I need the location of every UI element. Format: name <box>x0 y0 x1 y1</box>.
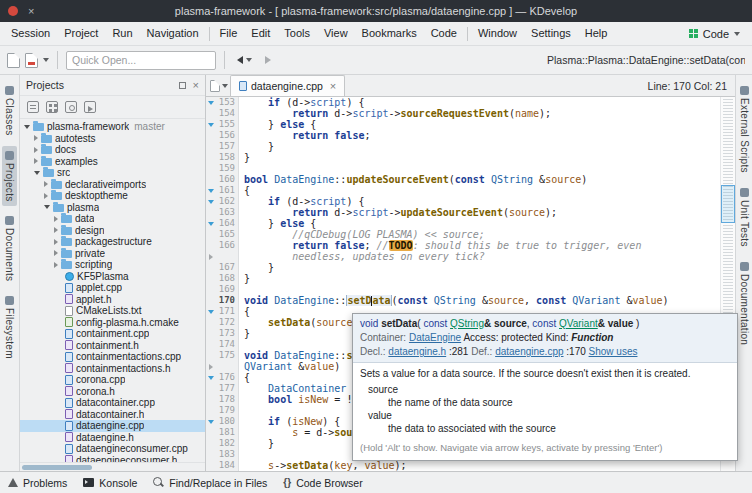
menu-item-settings[interactable]: Settings <box>524 22 578 45</box>
context-breadcrumb[interactable]: Plasma::Plasma::DataEngine::setData(cons… <box>547 54 745 66</box>
quick-open-input[interactable] <box>66 51 216 70</box>
menu-item-window[interactable]: Window <box>471 22 524 45</box>
menu-item-session[interactable]: Session <box>4 22 57 45</box>
tree-item[interactable]: packagestructure <box>20 236 205 248</box>
tree-item[interactable]: datacontainer.cpp <box>20 397 205 409</box>
tree-item[interactable]: dataengine.h <box>20 432 205 444</box>
fold-marker-icon[interactable] <box>206 218 215 229</box>
tree-item[interactable]: corona.cpp <box>20 374 205 386</box>
tree-item[interactable]: data <box>20 213 205 225</box>
tree-item[interactable]: containmentactions.h <box>20 363 205 375</box>
tree-item[interactable]: config-plasma.h.cmake <box>20 317 205 329</box>
expander-icon[interactable] <box>54 262 58 268</box>
tooltip-link[interactable]: dataengine.h <box>388 346 446 357</box>
fold-marker-icon[interactable] <box>206 185 215 196</box>
menu-item-view[interactable]: View <box>317 22 355 45</box>
tree-item[interactable]: private <box>20 248 205 260</box>
tree-item[interactable]: dataengineconsumer.h <box>20 455 205 463</box>
navigate-back-button[interactable] <box>233 54 256 66</box>
expander-icon[interactable] <box>34 135 38 141</box>
fold-marker-icon[interactable] <box>206 372 215 383</box>
tree-item[interactable]: plasma-frameworkmaster <box>20 121 205 133</box>
expander-icon[interactable] <box>44 193 48 199</box>
tree-item[interactable]: containment.h <box>20 340 205 352</box>
expander-icon[interactable] <box>24 125 30 129</box>
dock-tab-documentation[interactable]: Documentation <box>737 257 752 350</box>
projects-panel-header[interactable]: Projects × <box>20 75 205 96</box>
expander-icon[interactable] <box>54 227 58 233</box>
expander-icon[interactable] <box>34 158 38 164</box>
configure-icon[interactable] <box>65 101 77 113</box>
fold-marker-icon[interactable] <box>206 416 215 427</box>
tooltip-link[interactable]: QVariant <box>559 318 598 329</box>
expander-icon[interactable] <box>54 239 58 245</box>
minimap-viewport[interactable] <box>721 185 735 223</box>
new-document-icon[interactable] <box>7 53 20 68</box>
dock-tab-projects[interactable]: Projects <box>2 146 17 207</box>
tree-item[interactable]: desktoptheme <box>20 190 205 202</box>
show-targets-icon[interactable] <box>46 101 58 113</box>
tree-item[interactable]: design <box>20 225 205 237</box>
float-panel-icon[interactable] <box>179 82 186 89</box>
menu-item-tools[interactable]: Tools <box>277 22 317 45</box>
statusbar-item-find-replace-in-files[interactable]: Find/Replace in Files <box>153 477 267 489</box>
expander-icon[interactable] <box>34 147 38 153</box>
tooltip-link[interactable]: DataEngine <box>409 332 461 343</box>
tooltip-link[interactable]: Show uses <box>589 346 638 357</box>
statusbar-item-code-browser[interactable]: {}Code Browser <box>283 477 362 489</box>
tree-item[interactable]: corona.h <box>20 386 205 398</box>
locate-document-icon[interactable] <box>27 101 39 113</box>
tree-item[interactable]: plasma <box>20 202 205 214</box>
dock-tab-external-scripts[interactable]: External Scripts <box>737 81 752 178</box>
menu-item-navigation[interactable]: Navigation <box>140 22 206 45</box>
tree-item[interactable]: dataengine.cpp <box>20 420 205 432</box>
tree-item[interactable]: declarativeimports <box>20 179 205 191</box>
window-close-icon[interactable]: × <box>28 6 34 17</box>
dock-tab-classes[interactable]: Classes <box>2 81 17 141</box>
tree-item[interactable]: dataengineconsumer.cpp <box>20 443 205 455</box>
horizontal-scrollbar[interactable] <box>20 462 205 471</box>
menu-item-help[interactable]: Help <box>578 22 615 45</box>
statusbar-item-problems[interactable]: Problems <box>8 477 67 489</box>
tree-item[interactable]: applet.cpp <box>20 282 205 294</box>
tree-item[interactable]: src <box>20 167 205 179</box>
dock-tab-documents[interactable]: Documents <box>2 211 17 286</box>
fold-marker-icon[interactable] <box>206 196 215 207</box>
close-panel-icon[interactable]: × <box>193 80 199 91</box>
expander-icon[interactable] <box>54 216 58 222</box>
statusbar-item-konsole[interactable]: Konsole <box>83 477 137 489</box>
menu-item-edit[interactable]: Edit <box>244 22 277 45</box>
area-switcher-button[interactable]: Code <box>681 28 748 40</box>
document-list-button[interactable] <box>208 76 230 96</box>
dock-tab-unit-tests[interactable]: Unit Tests <box>737 183 752 252</box>
reload-icon[interactable] <box>84 101 96 113</box>
close-tab-icon[interactable]: × <box>330 80 336 92</box>
fold-marker-icon[interactable] <box>206 306 215 317</box>
tooltip-link[interactable]: dataengine.cpp <box>495 346 563 357</box>
menu-item-code[interactable]: Code <box>424 22 464 45</box>
navigate-forward-button[interactable] <box>261 54 275 66</box>
dock-tab-filesystem[interactable]: Filesystem <box>2 291 17 364</box>
tooltip-link[interactable]: QString <box>450 318 484 329</box>
expander-icon[interactable] <box>34 171 40 175</box>
menu-item-project[interactable]: Project <box>57 22 105 45</box>
fold-marker-icon[interactable] <box>206 97 215 108</box>
tree-item[interactable]: containmentactions.cpp <box>20 351 205 363</box>
expander-icon[interactable] <box>44 205 50 209</box>
tree-item[interactable]: applet.h <box>20 294 205 306</box>
tree-item[interactable]: datacontainer.h <box>20 409 205 421</box>
tree-item[interactable]: examples <box>20 156 205 168</box>
fold-marker-icon[interactable] <box>206 119 215 130</box>
tree-item[interactable]: containment.cpp <box>20 328 205 340</box>
scrollbar-thumb[interactable] <box>22 465 92 470</box>
tree-item[interactable]: scripting <box>20 259 205 271</box>
tree-item[interactable]: CMakeLists.txt <box>20 305 205 317</box>
tab-dataengine-cpp[interactable]: dataengine.cpp × <box>230 75 345 96</box>
open-dropdown-icon[interactable] <box>43 58 49 62</box>
menu-item-bookmarks[interactable]: Bookmarks <box>355 22 424 45</box>
expander-icon[interactable] <box>44 181 48 187</box>
expander-icon[interactable] <box>54 250 58 256</box>
close-button[interactable] <box>8 6 18 16</box>
tree-item[interactable]: KF5Plasma <box>20 271 205 283</box>
menu-item-run[interactable]: Run <box>105 22 139 45</box>
